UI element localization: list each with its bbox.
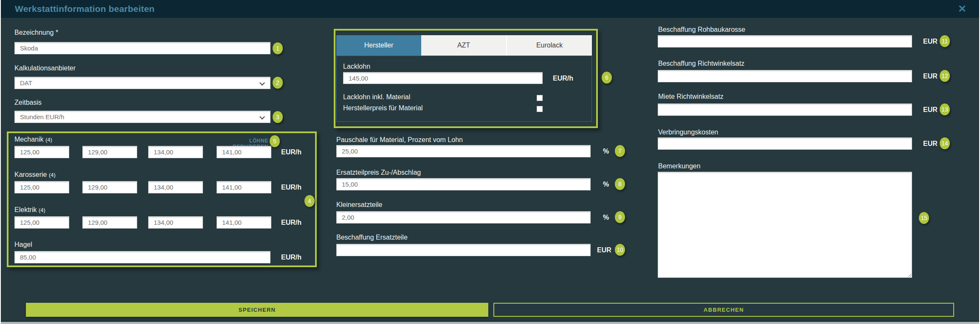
- annotation-badge-13: 13: [940, 103, 950, 115]
- zeitbasis-select[interactable]: Stunden EUR/h: [14, 111, 270, 123]
- paint-tabs: Hersteller AZT Eurolack: [336, 35, 592, 56]
- annotation-badge-8: 8: [615, 178, 625, 190]
- elektrik-label: Elektrik (4): [14, 206, 45, 214]
- zeitbasis-label: Zeitbasis: [14, 99, 42, 106]
- mechanik-rate-4[interactable]: [217, 146, 271, 158]
- herstellerpreis-material-label: Herstellerpreis für Material: [343, 104, 423, 112]
- speichern-button[interactable]: SPEICHERN: [26, 303, 488, 317]
- chevron-down-icon: [259, 114, 265, 120]
- annotation-badge-14: 14: [940, 137, 950, 149]
- mechanik-rate-1[interactable]: [14, 146, 69, 158]
- elektrik-rate-1[interactable]: [14, 216, 69, 229]
- karosserie-rate-4[interactable]: [217, 181, 271, 193]
- elektrik-rate-4[interactable]: [217, 216, 271, 229]
- ersatzteilpreis-label: Ersatzteilpreis Zu-/Abschlag: [336, 169, 421, 176]
- dialog-titlebar: Werkstattinformation bearbeiten ✕: [1, 0, 979, 18]
- annotation-badge-1: 1: [273, 42, 283, 54]
- annotation-badge-11: 11: [940, 35, 950, 47]
- kalkulationsanbieter-label: Kalkulationsanbieter: [14, 64, 76, 72]
- kleinersatzteile-input[interactable]: [336, 211, 591, 223]
- miete-richtwinkelsatz-input[interactable]: [658, 103, 912, 116]
- karosserie-count: (4): [49, 172, 56, 178]
- annotation-badge-15: 15: [919, 212, 929, 224]
- annotation-badge-2: 2: [273, 77, 283, 89]
- herstellerpreis-material-checkbox[interactable]: [537, 106, 543, 112]
- mechanik-unit: EUR/h: [281, 148, 301, 156]
- dialog-title: Werkstattinformation bearbeiten: [15, 0, 155, 18]
- beschaffung-ersatzteile-input[interactable]: [336, 244, 591, 256]
- lacklohn-inkl-material-checkbox[interactable]: [537, 95, 543, 101]
- beschaffung-ersatzteile-unit: EUR: [597, 246, 611, 254]
- hagel-unit: EUR/h: [281, 254, 301, 261]
- verbringungskosten-input[interactable]: [658, 137, 912, 150]
- annotation-badge-7: 7: [615, 145, 625, 157]
- beschaffung-rohbaukarosse-input[interactable]: [658, 35, 912, 47]
- verbringungskosten-label: Verbringungskosten: [658, 128, 718, 136]
- kleinersatzteile-unit: %: [603, 214, 609, 221]
- zeitbasis-value: Stunden EUR/h: [20, 113, 64, 120]
- beschaffung-richtwinkelsatz-unit: EUR: [923, 73, 938, 80]
- elektrik-rate-2[interactable]: [82, 216, 137, 229]
- beschaffung-richtwinkelsatz-input[interactable]: [658, 70, 912, 82]
- lacklohn-label: Lacklohn: [343, 63, 370, 70]
- beschaffung-rohbaukarosse-unit: EUR: [923, 38, 938, 45]
- bezeichnung-label: Bezeichnung *: [14, 29, 58, 36]
- annotation-badge-12: 12: [940, 70, 950, 82]
- elektrik-label-text: Elektrik: [14, 206, 37, 213]
- miete-richtwinkelsatz-unit: EUR: [923, 106, 938, 114]
- kalkulationsanbieter-select[interactable]: DAT: [14, 77, 270, 89]
- bemerkungen-textarea[interactable]: [658, 172, 912, 278]
- verbringungskosten-unit: EUR: [923, 140, 938, 148]
- kalkulationsanbieter-value: DAT: [20, 79, 32, 87]
- mechanik-count: (4): [45, 137, 52, 143]
- tab-hersteller[interactable]: Hersteller: [336, 35, 421, 56]
- karosserie-rate-2[interactable]: [82, 181, 137, 193]
- page-bottom-strip: [1, 321, 979, 324]
- elektrik-rate-3[interactable]: [148, 216, 203, 229]
- pauschale-material-unit: %: [603, 148, 609, 155]
- mechanik-rate-3[interactable]: [148, 146, 203, 158]
- beschaffung-ersatzteile-label: Beschaffung Ersatzteile: [336, 234, 408, 241]
- annotation-badge-10: 10: [615, 244, 625, 256]
- hagel-input[interactable]: [14, 251, 270, 263]
- annotation-badge-9: 9: [615, 211, 625, 223]
- bezeichnung-input[interactable]: [14, 42, 270, 54]
- karosserie-unit: EUR/h: [281, 184, 301, 191]
- beschaffung-richtwinkelsatz-label: Beschaffung Richtwinkelsatz: [658, 60, 744, 67]
- abbrechen-button[interactable]: ABBRECHEN: [493, 303, 954, 317]
- elektrik-count: (4): [39, 207, 45, 213]
- miete-richtwinkelsatz-label: Miete Richtwinkelsatz: [658, 93, 724, 101]
- mechanik-label: Mechanik (4): [14, 136, 52, 143]
- hagel-label: Hagel: [14, 241, 32, 249]
- mechanik-label-text: Mechanik: [14, 136, 43, 143]
- karosserie-rate-3[interactable]: [148, 181, 203, 193]
- annotation-badge-6: 6: [602, 72, 612, 84]
- tab-azt[interactable]: AZT: [421, 35, 506, 56]
- pauschale-material-label: Pauschale für Material, Prozent vom Lohn: [336, 136, 463, 144]
- annotation-badge-3: 3: [273, 111, 283, 123]
- lacklohn-input[interactable]: [343, 72, 543, 84]
- close-icon[interactable]: ✕: [958, 0, 966, 18]
- screen: Werkstattinformation bearbeiten ✕ Bezeic…: [0, 0, 980, 324]
- bemerkungen-label: Bemerkungen: [658, 162, 701, 170]
- chevron-down-icon: [259, 80, 265, 86]
- ersatzteilpreis-input[interactable]: [336, 178, 591, 190]
- pauschale-material-input[interactable]: [336, 145, 591, 157]
- annotation-badge-4: 4: [304, 195, 315, 207]
- tab-eurolack[interactable]: Eurolack: [506, 35, 592, 56]
- karosserie-rate-1[interactable]: [14, 181, 69, 193]
- lacklohn-unit: EUR/h: [553, 75, 573, 82]
- kleinersatzteile-label: Kleinersatzteile: [336, 201, 383, 209]
- lacklohn-inkl-material-label: Lacklohn inkl. Material: [343, 93, 410, 101]
- annotation-badge-5: 5: [270, 135, 280, 147]
- werkstattinformation-dialog: Werkstattinformation bearbeiten ✕ Bezeic…: [1, 0, 979, 321]
- karosserie-label: Karosserie (4): [14, 171, 56, 179]
- elektrik-unit: EUR/h: [281, 219, 301, 226]
- ersatzteilpreis-unit: %: [603, 181, 609, 188]
- mechanik-rate-2[interactable]: [82, 146, 137, 158]
- karosserie-label-text: Karosserie: [14, 171, 47, 178]
- beschaffung-rohbaukarosse-label: Beschaffung Rohbaukarosse: [658, 26, 745, 34]
